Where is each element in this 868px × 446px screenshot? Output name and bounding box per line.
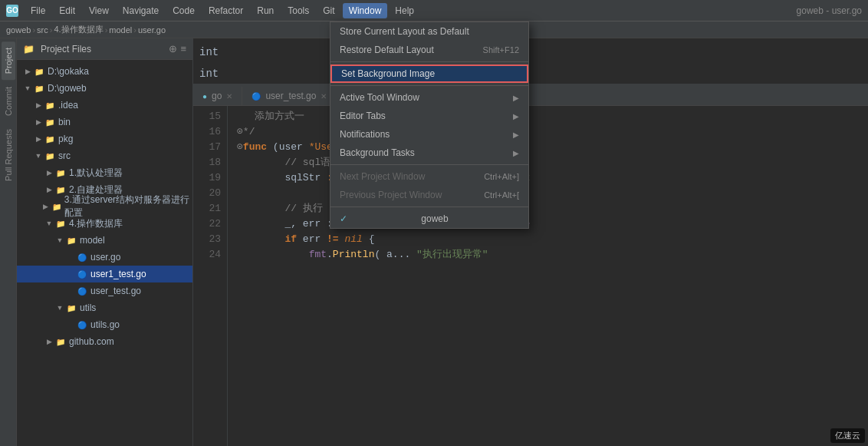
tab-go-close[interactable]: ✕ xyxy=(226,92,232,101)
breadcrumb-folder[interactable]: 4.操作数据库 xyxy=(54,24,103,35)
tree-item-src[interactable]: ▼ 📁 src xyxy=(17,147,192,164)
menu-prev-window-shortcut: Ctrl+Alt+[ xyxy=(484,190,519,200)
menu-edit[interactable]: Edit xyxy=(53,3,81,18)
tab-user-test[interactable]: 🔵 user_test.go ✕ xyxy=(242,87,337,105)
code-header-area: int int xyxy=(193,38,868,84)
menu-separator-1 xyxy=(330,61,528,62)
tab-go[interactable]: ● go ✕ xyxy=(193,87,242,105)
tree-item-1[interactable]: ▶ 📁 1.默认处理器 xyxy=(17,164,192,181)
code-line-24: fmt.Println( a... "执行出现异常" xyxy=(237,247,868,263)
menu-goweb-checkmark: ✓ xyxy=(340,213,347,224)
breadcrumb-goweb[interactable]: goweb xyxy=(6,25,31,35)
menu-editor-tabs-label: Editor Tabs xyxy=(340,111,386,121)
menu-editor-tabs[interactable]: Editor Tabs ▶ xyxy=(330,107,528,125)
project-folder-icon: 📁 xyxy=(23,44,35,55)
tree-item-github[interactable]: ▶ 📁 github.com xyxy=(17,333,192,350)
menu-file[interactable]: File xyxy=(25,3,51,18)
app-logo: GO xyxy=(6,5,18,17)
project-panel: 📁 Project Files ⊕ ≡ ▶ 📁 D:\gokaka ▼ 📁 D:… xyxy=(17,38,193,446)
tree-item-user1-test[interactable]: 🔵 user1_test.go xyxy=(17,266,192,282)
menu-set-background-label: Set Background Image xyxy=(341,68,435,79)
breadcrumb-src[interactable]: src xyxy=(37,25,48,35)
watermark: 亿速云 xyxy=(830,428,865,443)
tree-item-goweb[interactable]: ▼ 📁 D:\goweb xyxy=(17,80,192,97)
menu-editor-tabs-arrow: ▶ xyxy=(513,112,519,121)
window-dropdown-menu: Store Current Layout as Default Restore … xyxy=(330,21,529,229)
code-area[interactable]: 添加方式一 ⊙*/ ⊙func (user *User) Adduser() e… xyxy=(228,106,868,446)
file-tree: ▶ 📁 D:\gokaka ▼ 📁 D:\goweb ▶ 📁 .idea xyxy=(17,60,192,446)
menu-set-background[interactable]: Set Background Image xyxy=(330,64,528,83)
line-numbers: 15 16 17 18 19 20 21 22 23 24 xyxy=(193,106,228,446)
tree-item-gokaka[interactable]: ▶ 📁 D:\gokaka xyxy=(17,63,192,80)
tab-user-test-icon: 🔵 xyxy=(252,92,261,101)
side-panel-tabs: Project Commit Pull Requests xyxy=(0,38,17,446)
breadcrumb-model[interactable]: model xyxy=(109,25,132,35)
menu-restore-layout-shortcut: Shift+F12 xyxy=(483,45,519,55)
menu-notifications-label: Notifications xyxy=(340,129,390,140)
side-tab-pull-requests[interactable]: Pull Requests xyxy=(2,123,15,187)
tab-user-test-close[interactable]: ✕ xyxy=(321,92,327,101)
menu-notifications-arrow: ▶ xyxy=(513,130,519,139)
side-tab-commit[interactable]: Commit xyxy=(2,81,15,122)
menu-active-tool[interactable]: Active Tool Window ▶ xyxy=(330,88,528,107)
code-content: 15 16 17 18 19 20 21 22 23 24 添加方式一 ⊙*/ xyxy=(193,106,868,446)
menu-goweb-label: goweb xyxy=(421,213,448,224)
menu-next-window-label: Next Project Window xyxy=(340,171,425,182)
menu-git[interactable]: Git xyxy=(317,3,340,18)
menu-code[interactable]: Code xyxy=(166,3,201,18)
tree-item-model[interactable]: ▼ 📁 model xyxy=(17,232,192,249)
menu-tools[interactable]: Tools xyxy=(281,3,315,18)
tab-user-test-label: user_test.go xyxy=(265,91,316,101)
menu-separator-2 xyxy=(330,85,528,86)
project-header: 📁 Project Files ⊕ ≡ xyxy=(17,38,192,60)
tabs-bar: ● go ✕ 🔵 user_test.go ✕ 🔵 user.go ✕ xyxy=(193,84,868,106)
project-header-actions: ⊕ ≡ xyxy=(169,43,186,55)
tree-item-utils[interactable]: ▼ 📁 utils xyxy=(17,299,192,316)
project-title: Project Files xyxy=(41,44,91,55)
menu-separator-3 xyxy=(330,164,528,165)
menu-restore-layout[interactable]: Restore Default Layout Shift+F12 xyxy=(330,41,528,59)
menu-active-tool-arrow: ▶ xyxy=(513,94,519,102)
side-tab-project[interactable]: Project xyxy=(2,41,15,80)
header-int-1: int xyxy=(199,41,862,63)
code-line-23: if err != nil { xyxy=(237,232,868,247)
breadcrumb-file[interactable]: user.go xyxy=(138,25,166,35)
menu-active-tool-label: Active Tool Window xyxy=(340,92,419,103)
tree-item-bin[interactable]: ▶ 📁 bin xyxy=(17,114,192,130)
menu-background-tasks-arrow: ▶ xyxy=(513,149,519,157)
menu-help[interactable]: Help xyxy=(389,3,420,18)
menu-background-tasks[interactable]: Background Tasks ▶ xyxy=(330,144,528,162)
menu-store-layout[interactable]: Store Current Layout as Default xyxy=(330,22,528,41)
settings-icon[interactable]: ≡ xyxy=(180,43,186,55)
tree-item-utils-go[interactable]: 🔵 utils.go xyxy=(17,316,192,333)
menu-notifications[interactable]: Notifications ▶ xyxy=(330,125,528,144)
menu-store-layout-label: Store Current Layout as Default xyxy=(340,26,469,37)
menu-refactor[interactable]: Refactor xyxy=(202,3,249,18)
menu-next-window: Next Project Window Ctrl+Alt+] xyxy=(330,167,528,186)
menu-restore-layout-label: Restore Default Layout xyxy=(340,45,434,55)
window-title: goweb - user.go xyxy=(797,5,862,16)
menu-background-tasks-label: Background Tasks xyxy=(340,147,415,158)
menu-goweb-item[interactable]: ✓ goweb xyxy=(330,210,528,228)
tree-item-user-go[interactable]: 🔵 user.go xyxy=(17,249,192,266)
tab-go-label: go xyxy=(212,91,222,101)
tree-item-pkg[interactable]: ▶ 📁 pkg xyxy=(17,130,192,147)
tree-item-idea[interactable]: ▶ 📁 .idea xyxy=(17,97,192,114)
menu-navigate[interactable]: Navigate xyxy=(117,3,165,18)
menu-window[interactable]: Window xyxy=(343,3,388,18)
tree-item-3[interactable]: ▶ 📁 3.通过server结构对服务器进行配置 xyxy=(17,198,192,215)
location-icon[interactable]: ⊕ xyxy=(169,43,177,55)
menu-bar: File Edit View Navigate Code Refactor Ru… xyxy=(25,3,420,18)
code-panel: int int ● go ✕ 🔵 user_test.go ✕ 🔵 user.g… xyxy=(193,38,868,446)
menu-prev-window: Previous Project Window Ctrl+Alt+[ xyxy=(330,186,528,204)
menu-run[interactable]: Run xyxy=(251,3,280,18)
menu-next-window-shortcut: Ctrl+Alt+] xyxy=(484,172,519,181)
menu-prev-window-label: Previous Project Window xyxy=(340,190,442,200)
menu-separator-4 xyxy=(330,206,528,207)
titlebar: GO File Edit View Navigate Code Refactor… xyxy=(0,0,868,21)
tab-go-icon: ● xyxy=(202,92,207,101)
header-int-2: int xyxy=(199,63,862,84)
tree-item-user-test[interactable]: 🔵 user_test.go xyxy=(17,282,192,299)
menu-view[interactable]: View xyxy=(83,3,115,18)
